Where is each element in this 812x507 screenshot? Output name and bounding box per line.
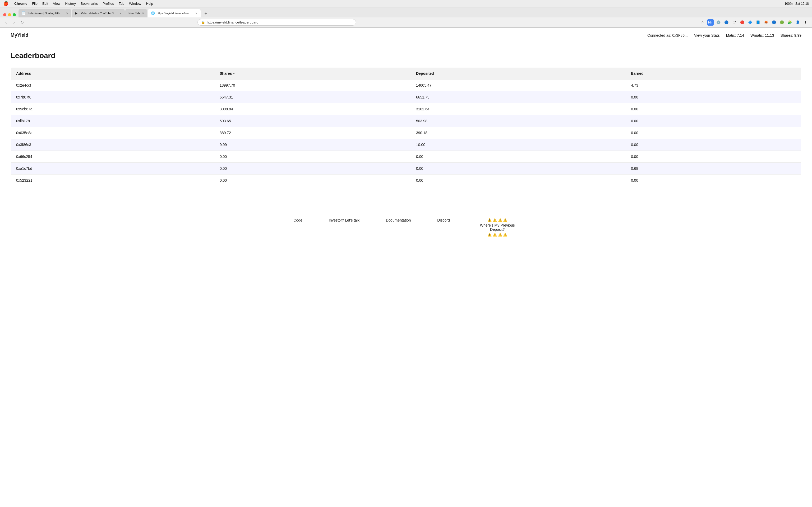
extension-icon-9[interactable]: 🔵 [771, 19, 777, 25]
cell-deposited: 10.00 [411, 139, 626, 151]
investor-link[interactable]: Investor? Let's talk [329, 218, 359, 222]
table-row: 0x66c2540.000.000.00 [11, 151, 801, 163]
address-text: https://myield.finance/leaderboard [207, 20, 258, 24]
logo[interactable]: MyYield [11, 33, 28, 38]
new-tab-button[interactable]: + [202, 10, 210, 17]
code-link[interactable]: Code [293, 218, 302, 222]
top-nav: MyYield Connected as: 0x3F86... View you… [0, 28, 812, 43]
main-content: Leaderboard Address Shares ▾ Deposited [0, 43, 812, 256]
menubar-tab[interactable]: Tab [119, 2, 124, 6]
profile-icon[interactable]: 👤 [795, 19, 801, 25]
menubar-chrome[interactable]: Chrome [14, 2, 27, 6]
menubar-right: 100% Sat 19:18 [784, 2, 809, 6]
menubar-file[interactable]: File [32, 2, 38, 6]
table-row: 0x2e4ccf13997.7014005.474.73 [11, 79, 801, 91]
extension-icon-1[interactable]: 16m [707, 19, 714, 25]
tab-youtube[interactable]: ▶ Video details - YouTube Studio ✕ [72, 9, 125, 17]
table-row: 0x3f86c39.9910.000.00 [11, 139, 801, 151]
cell-shares: 0.00 [214, 175, 411, 186]
menu-icon[interactable]: ⋮ [803, 19, 809, 25]
window-close-button[interactable] [3, 13, 6, 16]
cell-deposited: 14005.47 [411, 79, 626, 91]
tab-myyield[interactable]: 🌐 https://myield.finance/leaderb... ✕ [148, 9, 201, 17]
matic-stat: Matic: 7.14 [726, 33, 744, 38]
discord-link[interactable]: Discord [437, 218, 450, 222]
extension-icon-2[interactable]: ⚙️ [715, 19, 722, 25]
sort-icon: ▾ [233, 72, 235, 75]
cell-shares: 3098.84 [214, 103, 411, 115]
back-button[interactable]: ‹ [3, 20, 9, 25]
tab-label-newtab: New Tab [129, 12, 140, 15]
cell-earned: 0.00 [626, 91, 801, 103]
cell-address: 0x3f86c3 [11, 139, 214, 151]
extension-icon-3[interactable]: 🔵 [723, 19, 729, 25]
menubar-history[interactable]: History [65, 2, 75, 6]
menubar-help[interactable]: Help [146, 2, 153, 6]
footer-investor: Investor? Let's talk [329, 218, 359, 222]
documentation-link[interactable]: Documentation [386, 218, 411, 222]
shares-stat: Shares: 9.99 [780, 33, 801, 38]
table-row: 0xa1c7bd0.000.000.68 [11, 163, 801, 175]
window-minimize-button[interactable] [8, 13, 11, 16]
extension-icon-8[interactable]: 🦊 [763, 19, 769, 25]
menubar-bookmarks[interactable]: Bookmarks [81, 2, 98, 6]
cell-shares: 0.00 [214, 151, 411, 163]
view-stats-link[interactable]: View your Stats [694, 33, 720, 38]
apple-icon[interactable]: 🍎 [3, 1, 8, 6]
extension-icon-7[interactable]: 📘 [755, 19, 761, 25]
footer: Code Investor? Let's talk Documentation … [11, 208, 801, 247]
cell-earned: 0.00 [626, 115, 801, 127]
bookmark-icon[interactable]: ☆ [699, 19, 706, 25]
cell-address: 0xa1c7bd [11, 163, 214, 175]
th-shares[interactable]: Shares ▾ [214, 68, 411, 79]
cell-deposited: 0.00 [411, 163, 626, 175]
cell-address: 0xllb178 [11, 115, 214, 127]
cell-earned: 0.00 [626, 139, 801, 151]
cell-address: 0x035e8a [11, 127, 214, 139]
wmatic-stat: Wmatic: 11.13 [750, 33, 774, 38]
menubar-profiles[interactable]: Profiles [103, 2, 114, 6]
extension-icon-4[interactable]: 🛡 [731, 19, 738, 25]
tab-close-submission[interactable]: ✕ [66, 12, 68, 15]
warning-emoji-bottom: ⚠️ ⚠️ ⚠️ ⚠️ [476, 233, 519, 237]
menubar-view[interactable]: View [53, 2, 60, 6]
tab-submission[interactable]: 📄 Submission | Scaling Ethereum ✕ [18, 9, 71, 17]
tab-close-youtube[interactable]: ✕ [119, 12, 121, 15]
tab-label-myyield: https://myield.finance/leaderb... [157, 12, 193, 15]
address-bar[interactable]: 🔒 https://myield.finance/leaderboard [197, 19, 356, 25]
tab-close-myyield[interactable]: ✕ [195, 12, 197, 15]
th-address: Address [11, 68, 214, 79]
puzzle-icon[interactable]: 🧩 [786, 19, 793, 25]
footer-code: Code [293, 218, 302, 222]
reload-button[interactable]: ↻ [19, 20, 25, 25]
cell-deposited: 0.00 [411, 151, 626, 163]
tab-favicon-submission: 📄 [22, 11, 26, 15]
cell-deposited: 390.18 [411, 127, 626, 139]
extension-icon-5[interactable]: 🔴 [739, 19, 745, 25]
cell-deposited: 6651.75 [411, 91, 626, 103]
forward-button[interactable]: › [11, 20, 17, 25]
th-earned: Earned [626, 68, 801, 79]
footer-warning: ⚠️ ⚠️ ⚠️ ⚠️ Where's My Previous Deposit?… [476, 218, 519, 237]
extension-icon-10[interactable]: 🟢 [779, 19, 785, 25]
leaderboard-table: Address Shares ▾ Deposited Earned [11, 67, 801, 186]
browser-top: 📄 Submission | Scaling Ethereum ✕ ▶ Vide… [0, 7, 812, 17]
cell-earned: 4.73 [626, 79, 801, 91]
tab-close-newtab[interactable]: ✕ [142, 12, 144, 15]
connected-as: Connected as: 0x3F86... [647, 33, 688, 38]
cell-shares: 0.00 [214, 163, 411, 175]
footer-discord: Discord [437, 218, 450, 222]
macos-menubar: 🍎 Chrome File Edit View History Bookmark… [0, 0, 812, 7]
tab-label-youtube: Video details - YouTube Studio [81, 12, 117, 15]
extension-icon-6[interactable]: 🔷 [747, 19, 753, 25]
warning-title[interactable]: Where's My Previous Deposit? [476, 223, 519, 232]
cell-address: 0x523221 [11, 175, 214, 186]
cell-shares: 13997.70 [214, 79, 411, 91]
cell-address: 0x7b07f0 [11, 91, 214, 103]
menubar-edit[interactable]: Edit [42, 2, 48, 6]
tab-newtab[interactable]: New Tab ✕ [125, 9, 147, 17]
window-maximize-button[interactable] [13, 13, 16, 16]
footer-documentation: Documentation [386, 218, 411, 222]
menubar-window[interactable]: Window [129, 2, 141, 6]
browser-chrome: 📄 Submission | Scaling Ethereum ✕ ▶ Vide… [0, 7, 812, 28]
